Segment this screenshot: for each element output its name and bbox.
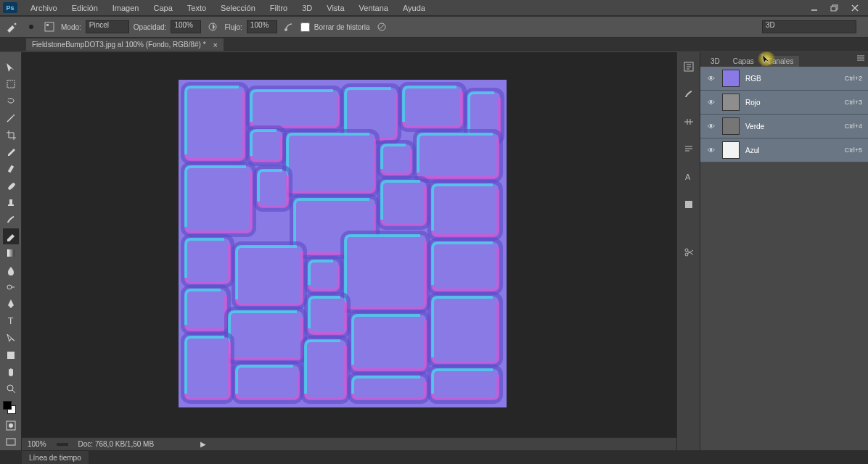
canvas-area[interactable] xyxy=(22,52,676,450)
menu-3d[interactable]: 3D xyxy=(295,2,319,14)
marquee-tool[interactable] xyxy=(3,76,19,91)
restore-button[interactable] xyxy=(826,2,843,14)
svg-rect-66 xyxy=(229,312,302,359)
zoom-tool[interactable] xyxy=(3,381,19,397)
channel-list: 👁 RGB Ctrl+2 👁 Rojo Ctrl+3 👁 Verde Ctrl+… xyxy=(700,67,868,162)
minimize-button[interactable] xyxy=(806,2,823,14)
brush-panel-toggle-icon[interactable] xyxy=(42,20,57,34)
workspace-selector[interactable]: 3D xyxy=(762,20,856,33)
panel-tab-capas[interactable]: Capas xyxy=(727,56,760,67)
brush-tool[interactable] xyxy=(3,178,19,193)
menu-ayuda[interactable]: Ayuda xyxy=(396,2,433,14)
brush-preview-icon[interactable] xyxy=(23,20,38,34)
toolbox: T xyxy=(0,52,22,450)
opacidad-input[interactable]: 100% xyxy=(171,20,201,33)
svg-text:T: T xyxy=(8,316,14,326)
panel-tab-3d[interactable]: 3D xyxy=(705,56,726,67)
visibility-icon[interactable]: 👁 xyxy=(706,123,716,130)
foreground-color-swatch[interactable] xyxy=(3,401,12,410)
menu-texto[interactable]: Texto xyxy=(180,2,213,14)
visibility-icon[interactable]: 👁 xyxy=(706,75,716,83)
timeline-tab[interactable]: Línea de tiempo xyxy=(22,450,89,464)
channel-label: Azul xyxy=(745,146,759,154)
crop-tool[interactable] xyxy=(3,127,19,142)
properties-icon[interactable] xyxy=(681,59,696,74)
pressure-opacity-icon[interactable] xyxy=(205,20,220,34)
quickmask-toggle[interactable] xyxy=(3,418,19,433)
stamp-tool[interactable] xyxy=(3,195,19,210)
panel-tab-canales[interactable]: Canales xyxy=(761,56,800,67)
hand-tool[interactable] xyxy=(3,364,19,379)
move-tool[interactable] xyxy=(3,59,19,75)
visibility-icon[interactable]: 👁 xyxy=(706,99,716,107)
svg-rect-28 xyxy=(251,91,338,127)
svg-rect-50 xyxy=(382,181,425,225)
channel-label: Rojo xyxy=(745,99,761,107)
menu-archivo[interactable]: Archivo xyxy=(23,2,65,14)
modo-label: Modo: xyxy=(61,23,81,31)
svg-rect-15 xyxy=(8,204,14,206)
eraser-brush-icon[interactable] xyxy=(4,20,19,34)
lasso-tool[interactable] xyxy=(3,94,19,109)
color-swatches[interactable] xyxy=(3,401,19,416)
adjustments-icon[interactable] xyxy=(681,115,696,129)
modo-select[interactable]: Pincel xyxy=(86,20,129,33)
channel-rgb[interactable]: 👁 RGB Ctrl+2 xyxy=(700,67,868,91)
styles-icon[interactable] xyxy=(681,197,696,212)
channel-rojo[interactable]: 👁 Rojo Ctrl+3 xyxy=(700,91,868,115)
eyedropper-tool[interactable] xyxy=(3,144,19,160)
wand-tool[interactable] xyxy=(3,110,19,125)
eraser-tool[interactable] xyxy=(3,228,19,244)
svg-rect-72 xyxy=(433,297,498,362)
dodge-tool[interactable] xyxy=(3,279,19,294)
type-tool[interactable]: T xyxy=(3,313,19,328)
character-icon[interactable]: A xyxy=(681,170,696,184)
history-brush-tool[interactable] xyxy=(3,212,19,227)
heal-tool[interactable] xyxy=(3,161,19,176)
airbrush-icon[interactable] xyxy=(282,20,296,34)
svg-point-18 xyxy=(7,285,12,289)
channel-verde[interactable]: 👁 Verde Ctrl+4 xyxy=(700,115,868,138)
status-bar: 100% Doc: 768,0 KB/1,50 MB ▶ xyxy=(22,437,676,450)
menu-seleccion[interactable]: Selección xyxy=(213,2,263,14)
paragraph-icon[interactable] xyxy=(681,142,696,157)
path-select-tool[interactable] xyxy=(3,331,19,346)
document-tab[interactable]: FieldstoneBumpDOT3.jpg al 100% (Fondo, R… xyxy=(26,38,224,51)
close-icon[interactable]: × xyxy=(213,41,218,49)
panel-menu-icon[interactable] xyxy=(856,54,865,62)
svg-rect-40 xyxy=(382,145,411,174)
screenmode-toggle[interactable] xyxy=(3,435,19,450)
blur-tool[interactable] xyxy=(3,262,19,278)
svg-point-13 xyxy=(13,115,15,116)
svg-rect-52 xyxy=(433,185,498,236)
zoom-slider-icon[interactable] xyxy=(57,441,68,448)
channel-azul[interactable]: 👁 Azul Ctrl+5 xyxy=(700,138,868,162)
svg-rect-70 xyxy=(353,315,425,370)
window-controls xyxy=(806,2,868,14)
menu-edicion[interactable]: Edición xyxy=(65,2,105,14)
shape-tool[interactable] xyxy=(3,347,19,362)
panels-area: 3D Capas Canales 👁 RGB Ctrl+2 👁 xyxy=(700,52,868,450)
svg-rect-56 xyxy=(237,246,302,304)
flujo-input[interactable]: 100% xyxy=(247,20,277,33)
visibility-icon[interactable]: 👁 xyxy=(706,146,716,154)
gradient-tool[interactable] xyxy=(3,246,19,261)
pen-tool[interactable] xyxy=(3,297,19,312)
brushes-icon[interactable] xyxy=(681,87,696,102)
pressure-size-icon[interactable] xyxy=(374,20,389,34)
menu-capa[interactable]: Capa xyxy=(146,2,179,14)
scissors-icon[interactable] xyxy=(681,245,696,260)
play-icon[interactable]: ▶ xyxy=(200,440,206,448)
channel-thumbnail xyxy=(722,141,740,159)
zoom-level[interactable]: 100% xyxy=(28,440,46,448)
menu-ventana[interactable]: Ventana xyxy=(352,2,396,14)
menu-filtro[interactable]: Filtro xyxy=(263,2,295,14)
svg-rect-78 xyxy=(306,341,345,399)
menu-vista[interactable]: Vista xyxy=(319,2,351,14)
svg-rect-68 xyxy=(309,297,345,334)
close-button[interactable] xyxy=(846,2,864,14)
svg-rect-82 xyxy=(433,370,498,399)
svg-rect-64 xyxy=(186,290,226,330)
menu-imagen[interactable]: Imagen xyxy=(105,2,147,14)
historia-checkbox[interactable] xyxy=(300,22,310,32)
